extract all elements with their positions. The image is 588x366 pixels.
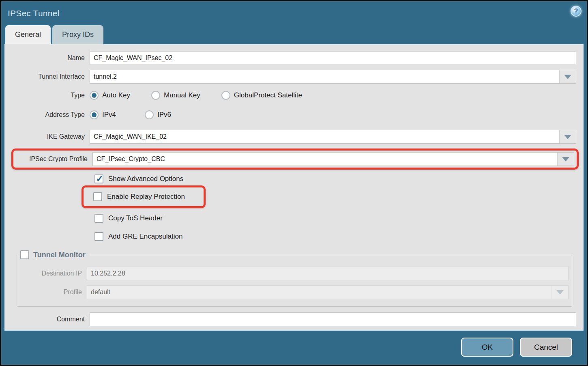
comment-row: Comment — [4, 312, 576, 326]
copy-tos-header-row[interactable]: Copy ToS Header — [94, 214, 584, 223]
ok-button[interactable]: OK — [461, 338, 513, 357]
profile-row: Profile default — [17, 285, 569, 299]
radio-ipv4-circle — [90, 110, 99, 119]
radio-ipv6-label: IPv6 — [157, 111, 171, 119]
name-row: Name — [4, 51, 576, 65]
radio-globalprotect-satellite-circle — [221, 91, 230, 100]
help-icon[interactable]: ? — [571, 6, 582, 17]
radio-ipv4[interactable]: IPv4 — [90, 110, 116, 119]
enable-replay-protection-highlight: Enable Replay Protection — [82, 185, 206, 208]
general-tab-panel: Name Tunnel Interface tunnel.2 Type Auto… — [4, 44, 584, 331]
enable-replay-protection-checkbox[interactable] — [93, 192, 102, 201]
enable-replay-protection-highlight-wrap: Enable Replay Protection — [4, 189, 584, 214]
dialog-titlebar: IPSec Tunnel ? — [1, 1, 587, 25]
ike-gateway-select[interactable]: CF_Magic_WAN_IKE_02 — [90, 130, 576, 144]
tunnel-interface-value: tunnel.2 — [90, 73, 559, 80]
radio-ipv4-label: IPv4 — [102, 111, 116, 119]
add-gre-encapsulation-label: Add GRE Encapsulation — [108, 233, 182, 241]
ipsec-tunnel-dialog: IPSec Tunnel ? General Proxy IDs Name Tu… — [0, 0, 588, 366]
radio-auto-key[interactable]: Auto Key — [90, 91, 130, 100]
copy-tos-header-checkbox[interactable] — [94, 214, 103, 223]
type-radio-group: Auto Key Manual Key GlobalProtect Satell… — [90, 91, 315, 100]
dialog-title: IPSec Tunnel — [8, 9, 59, 18]
ipsec-crypto-profile-value: CF_IPsec_Crypto_CBC — [93, 155, 557, 163]
name-input[interactable] — [90, 51, 576, 65]
tab-general[interactable]: General — [5, 25, 51, 44]
ike-gateway-row: IKE Gateway CF_Magic_WAN_IKE_02 — [4, 130, 576, 144]
destination-ip-row: Destination IP — [17, 267, 569, 280]
comment-label: Comment — [4, 316, 90, 323]
tab-proxy-ids[interactable]: Proxy IDs — [52, 25, 103, 44]
profile-dropdown-button — [552, 286, 568, 299]
cancel-button[interactable]: Cancel — [520, 338, 572, 357]
add-gre-encapsulation-row[interactable]: Add GRE Encapsulation — [94, 232, 584, 241]
ipsec-crypto-profile-select[interactable]: CF_IPsec_Crypto_CBC — [92, 152, 574, 166]
copy-tos-header-label: Copy ToS Header — [108, 214, 163, 222]
tunnel-monitor-fieldset: Tunnel Monitor Destination IP Profile de… — [17, 250, 572, 307]
address-type-label: Address Type — [4, 111, 90, 118]
radio-globalprotect-satellite-label: GlobalProtect Satellite — [234, 91, 302, 99]
profile-select: default — [87, 285, 569, 299]
help-icon-glyph: ? — [574, 8, 578, 15]
radio-manual-key[interactable]: Manual Key — [151, 91, 200, 100]
radio-globalprotect-satellite[interactable]: GlobalProtect Satellite — [221, 91, 302, 100]
tunnel-interface-label: Tunnel Interface — [4, 73, 90, 80]
name-label: Name — [4, 54, 90, 62]
address-type-radio-group: IPv4 IPv6 — [90, 110, 184, 119]
show-advanced-options-checkbox[interactable] — [94, 174, 103, 183]
ike-gateway-value: CF_Magic_WAN_IKE_02 — [90, 133, 559, 140]
chevron-down-icon — [562, 157, 569, 161]
type-row: Type Auto Key Manual Key GlobalProtect S… — [4, 91, 576, 100]
type-label: Type — [4, 92, 90, 99]
ipsec-crypto-profile-highlight: IPSec Crypto Profile CF_IPsec_Crypto_CBC — [11, 149, 579, 170]
tunnel-monitor-legend: Tunnel Monitor — [19, 250, 89, 259]
radio-auto-key-circle — [90, 91, 99, 100]
destination-ip-label: Destination IP — [17, 270, 87, 277]
radio-auto-key-label: Auto Key — [102, 91, 130, 99]
tunnel-monitor-label: Tunnel Monitor — [33, 251, 86, 259]
add-gre-encapsulation-checkbox[interactable] — [94, 232, 103, 241]
enable-replay-protection-label: Enable Replay Protection — [107, 193, 185, 201]
ike-gateway-label: IKE Gateway — [4, 133, 90, 140]
tab-bar: General Proxy IDs — [1, 25, 587, 44]
show-advanced-options-label: Show Advanced Options — [108, 175, 183, 183]
address-type-row: Address Type IPv4 IPv6 — [4, 110, 576, 119]
chevron-down-icon — [564, 135, 571, 139]
profile-value: default — [87, 288, 552, 296]
chevron-down-icon — [564, 75, 571, 79]
profile-label: Profile — [17, 288, 87, 296]
tunnel-interface-row: Tunnel Interface tunnel.2 — [4, 70, 576, 84]
tunnel-interface-dropdown-button[interactable] — [559, 70, 576, 83]
ipsec-crypto-profile-dropdown-button[interactable] — [557, 153, 574, 166]
chevron-down-icon — [556, 290, 564, 295]
show-advanced-options-row[interactable]: Show Advanced Options — [94, 174, 584, 183]
ipsec-crypto-profile-label: IPSec Crypto Profile — [13, 155, 92, 163]
radio-manual-key-circle — [151, 91, 160, 100]
tunnel-monitor-checkbox[interactable] — [20, 250, 29, 259]
tab-proxy-ids-label: Proxy IDs — [62, 30, 94, 39]
tab-general-label: General — [15, 30, 41, 39]
ike-gateway-dropdown-button[interactable] — [559, 130, 576, 143]
radio-ipv6[interactable]: IPv6 — [145, 110, 171, 119]
radio-manual-key-label: Manual Key — [164, 91, 200, 99]
tunnel-interface-select[interactable]: tunnel.2 — [90, 70, 576, 84]
dialog-footer: OK Cancel — [2, 331, 586, 364]
destination-ip-input — [87, 267, 569, 280]
comment-input[interactable] — [90, 312, 576, 326]
radio-ipv6-circle — [145, 110, 154, 119]
